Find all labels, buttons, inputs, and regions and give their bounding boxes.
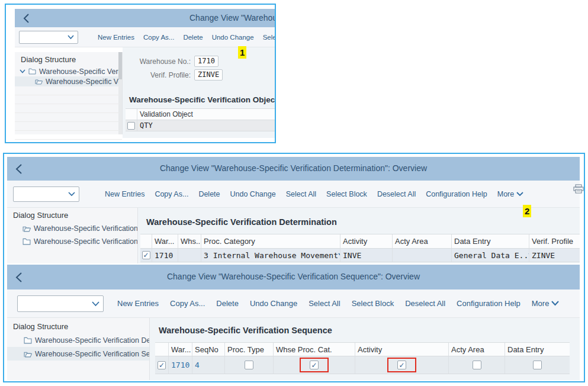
delete-button[interactable]: Delete bbox=[183, 34, 203, 41]
proc-type-checkbox[interactable] bbox=[245, 361, 253, 369]
row-select-checkbox[interactable] bbox=[158, 361, 166, 369]
tree-scrollbar[interactable] bbox=[118, 52, 122, 134]
column-verif-profile[interactable]: Verif. Profile bbox=[529, 234, 580, 248]
select-all-button[interactable]: Select All bbox=[286, 190, 316, 198]
select-column-header[interactable] bbox=[155, 343, 169, 356]
deselect-all-button[interactable]: Deselect All bbox=[405, 299, 445, 308]
verif-profile-input[interactable]: ZINVE bbox=[194, 69, 223, 81]
war-cell[interactable]: 1710 bbox=[152, 249, 178, 262]
app-header-bar-sequence: Change View "Warehouse-Specific Verifica… bbox=[7, 265, 580, 290]
tree-empty-row bbox=[15, 113, 122, 122]
more-button[interactable]: More bbox=[497, 190, 523, 198]
variant-combobox[interactable] bbox=[17, 295, 104, 312]
undo-change-button[interactable]: Undo Change bbox=[230, 190, 276, 198]
delete-button[interactable]: Delete bbox=[198, 190, 220, 198]
acty-area-checkbox[interactable] bbox=[473, 361, 481, 369]
folder-open-icon bbox=[35, 78, 43, 85]
column-war[interactable]: War... bbox=[152, 234, 178, 248]
activity-checkbox[interactable] bbox=[397, 361, 406, 369]
column-acty-area[interactable]: Acty Area bbox=[449, 343, 505, 356]
configuration-help-button[interactable]: Configuration Help bbox=[457, 299, 520, 308]
toolbar-buttons: New Entries Copy As... Delete Undo Chang… bbox=[98, 27, 276, 47]
deselect-all-button[interactable]: Deselect All bbox=[377, 190, 416, 198]
tree-item-verification[interactable]: Warehouse-Specific Verification bbox=[15, 66, 122, 76]
select-all-button[interactable]: Select All bbox=[309, 299, 340, 308]
more-label: More bbox=[497, 190, 514, 198]
copy-as-button[interactable]: Copy As... bbox=[155, 190, 188, 198]
annotation-badge-2: 2 bbox=[523, 205, 531, 217]
select-block-button[interactable]: Select Block bbox=[326, 190, 367, 198]
tree-item-verification-objects[interactable]: Warehouse-Specific Verification ( bbox=[15, 76, 122, 86]
new-entries-button[interactable]: New Entries bbox=[117, 299, 159, 308]
column-activity[interactable]: Activity bbox=[340, 234, 393, 248]
activity-cell[interactable]: INVE bbox=[340, 249, 393, 262]
toolbar-buttons: New Entries Copy As... Delete Undo Chang… bbox=[117, 290, 559, 317]
acty-area-cell[interactable] bbox=[393, 249, 452, 262]
column-data-entry[interactable]: Data Entry bbox=[505, 343, 570, 356]
table-row[interactable]: 1710 3 Internal Warehouse Movement INVE … bbox=[140, 249, 580, 262]
column-data-entry[interactable]: Data Entry bbox=[452, 234, 529, 248]
chevron-down-icon bbox=[68, 35, 74, 40]
select-all-button[interactable]: Select All bbox=[263, 34, 276, 41]
verif-profile-cell[interactable]: ZINVE bbox=[529, 249, 580, 262]
whs-cell[interactable] bbox=[178, 249, 201, 262]
column-activity[interactable]: Activity bbox=[355, 343, 449, 356]
row-select-checkbox[interactable] bbox=[142, 251, 150, 259]
column-war[interactable]: War... bbox=[169, 343, 192, 356]
variant-combobox[interactable] bbox=[13, 186, 79, 202]
tree-item-sequence[interactable]: Warehouse-Specific Verification Se bbox=[7, 347, 149, 361]
section-title-determination: Warehouse-Specific Verification Determin… bbox=[146, 217, 337, 227]
copy-as-button[interactable]: Copy As... bbox=[143, 34, 174, 41]
tree-item-sequence[interactable]: Warehouse-Specific Verification Se bbox=[7, 235, 137, 248]
proc-category-cell[interactable]: 3 Internal Warehouse Movement bbox=[201, 249, 340, 262]
tree-item-determination[interactable]: Warehouse-Specific Verification De bbox=[7, 333, 149, 347]
column-whs[interactable]: Whs... bbox=[178, 234, 201, 248]
toolbar-buttons: New Entries Copy As... Delete Undo Chang… bbox=[105, 181, 523, 207]
column-proc-category[interactable]: Proc. Category bbox=[201, 234, 340, 248]
undo-change-button[interactable]: Undo Change bbox=[250, 299, 297, 308]
table-header-row: War... SeqNo Proc. Type Whse Proc. Cat. … bbox=[155, 342, 570, 356]
delete-button[interactable]: Delete bbox=[216, 299, 239, 308]
copy-as-button[interactable]: Copy As... bbox=[170, 299, 205, 308]
table-row[interactable]: 1710 4 bbox=[155, 356, 570, 374]
variant-combobox[interactable] bbox=[19, 31, 78, 44]
validation-object-cell[interactable]: QTY bbox=[137, 120, 274, 131]
data-entry-checkbox[interactable] bbox=[533, 361, 542, 369]
war-cell[interactable]: 1710 bbox=[169, 356, 192, 374]
new-entries-button[interactable]: New Entries bbox=[105, 190, 144, 198]
column-validation-object[interactable]: Validation Object bbox=[137, 109, 274, 120]
select-block-button[interactable]: Select Block bbox=[352, 299, 394, 308]
tree-item-label: Warehouse-Specific Verification ( bbox=[46, 78, 122, 86]
column-whse-proc-cat[interactable]: Whse Proc. Cat. bbox=[274, 343, 355, 356]
tree-empty-row bbox=[15, 86, 122, 95]
dialog-structure-panel: Dialog Structure Warehouse-Specific Veri… bbox=[15, 52, 123, 134]
new-entries-button[interactable]: New Entries bbox=[98, 34, 134, 41]
data-entry-cell[interactable]: General Data E.. bbox=[452, 249, 529, 262]
printer-icon[interactable] bbox=[573, 184, 584, 194]
warehouse-no-label: Warehouse No.: bbox=[124, 57, 191, 66]
tree-empty-row bbox=[15, 131, 122, 140]
warehouse-no-input[interactable]: 1710 bbox=[194, 56, 219, 67]
chevron-expanded-icon[interactable] bbox=[20, 69, 25, 73]
red-highlight-box bbox=[387, 358, 416, 372]
back-icon[interactable] bbox=[23, 14, 29, 23]
whse-proc-cat-checkbox[interactable] bbox=[310, 361, 319, 369]
folder-closed-icon bbox=[28, 68, 36, 75]
select-column-header[interactable] bbox=[126, 109, 137, 120]
table-row[interactable]: QTY bbox=[126, 120, 275, 131]
column-seqno[interactable]: SeqNo bbox=[192, 343, 225, 356]
app-header-bar: Change View "Warehouse- bbox=[15, 9, 275, 27]
more-button[interactable]: More bbox=[532, 299, 560, 308]
column-acty-area[interactable]: Acty Area bbox=[393, 234, 452, 248]
tree-item-determination[interactable]: Warehouse-Specific Verification De bbox=[7, 222, 137, 235]
validation-objects-table: Validation Object QTY bbox=[126, 108, 275, 131]
folder-open-icon bbox=[23, 225, 31, 232]
undo-change-button[interactable]: Undo Change bbox=[212, 34, 254, 41]
column-proc-type[interactable]: Proc. Type bbox=[225, 343, 274, 356]
row-select-checkbox[interactable] bbox=[127, 122, 135, 130]
tree-item-label: Warehouse-Specific Verification De bbox=[34, 224, 137, 233]
seqno-cell[interactable]: 4 bbox=[192, 356, 225, 374]
configuration-help-button[interactable]: Configuration Help bbox=[426, 190, 487, 198]
select-column-header[interactable] bbox=[140, 234, 152, 248]
table-header-row: Validation Object bbox=[126, 108, 275, 120]
